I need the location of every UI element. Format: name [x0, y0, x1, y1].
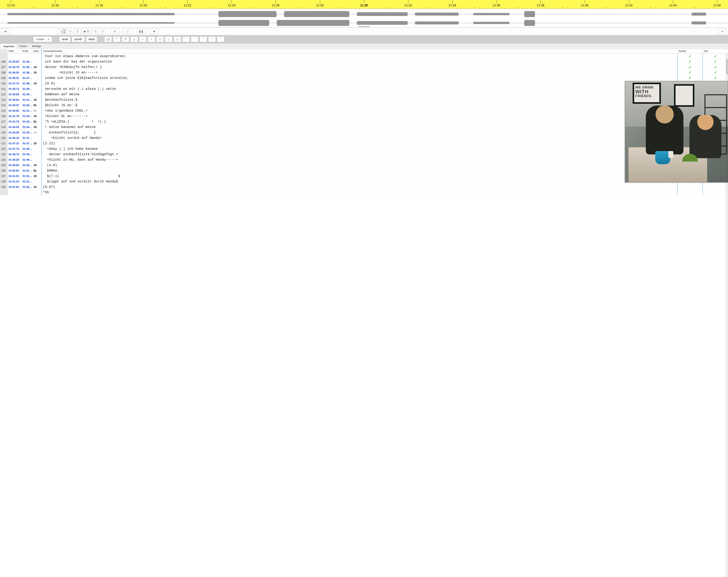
skip-button[interactable]: ⏭ — [1, 29, 10, 34]
table-row[interactable]: 11401:40.0701:40…DL §blickt JS an--§ — [0, 103, 728, 108]
btn-question[interactable]: ? — [122, 36, 129, 42]
table-row[interactable]: 12401:49.2601:49… +blickt zu HU, dann au… — [0, 157, 728, 163]
segment-spinner[interactable]: ▲▼ — [57, 29, 66, 34]
table-row[interactable]: 12601:50.6501:51…DL DANke. — [0, 168, 728, 173]
row-end: 01:41… — [21, 108, 32, 113]
table-row[interactable]: 10901:36.3101:37… indem ich [eine EIN]ka… — [0, 75, 728, 81]
row-end: 01:47… — [21, 141, 32, 146]
table-row[interactable]: 12301:48.7401:49… deiner einkaufsliste h… — [0, 152, 728, 157]
btn-downdown[interactable]: ↓↓ — [174, 36, 181, 42]
row-speaker — [32, 190, 42, 195]
table-row[interactable]: 11801:43.5401:44…JS + setze bananen auf … — [0, 125, 728, 130]
table-body[interactable]: WE DRINK WITH FRIENDS hier ist etwas ANd… — [0, 54, 728, 577]
check-icon: ✓ — [688, 59, 692, 64]
btn-star-close[interactable]: *] — [92, 29, 99, 34]
tab-row: Segmente Partitur Beiträge — [0, 44, 728, 49]
row-start: 01:41.76 — [7, 119, 21, 124]
table-row[interactable]: 12101:47.3101:47…JS(2.12) — [0, 141, 728, 146]
btn-dash[interactable]: – — [139, 36, 147, 42]
btn-play-star[interactable]: ▶ [*] — [82, 29, 91, 34]
btn-grave[interactable]: ` — [182, 36, 190, 42]
table-row[interactable]: 11501:40.9201:41…DL +das irgendwie COOL.… — [0, 108, 728, 113]
row-number — [0, 54, 7, 59]
btn-hacek[interactable]: ˇ — [217, 36, 224, 42]
btn-caret[interactable]: ˆ — [208, 36, 216, 42]
table-row[interactable]: 10701:35.7801:36…JS deiner +EINkäu[fe he… — [0, 64, 728, 70]
table-row[interactable]: 12801:51.2401:51… §tippt auf und scrollt… — [0, 179, 728, 184]
row-end — [21, 190, 32, 195]
header-syntax[interactable]: Syntax — [678, 49, 703, 53]
row-start: 01:44.26 — [7, 130, 21, 135]
header-start[interactable]: Start — [7, 49, 21, 53]
table-row[interactable]: 11201:39.5601:39… baNAnen auf meine — [0, 92, 728, 97]
row-number: 107 — [0, 64, 7, 70]
btn-up[interactable]: ↑ — [148, 36, 155, 42]
table-row[interactable]: 11001:37.7601:38…JS (0.9) — [0, 81, 728, 86]
btn-star-open[interactable]: *[ — [67, 29, 73, 34]
table-row[interactable]: hier ist etwas ANderes zum ausprobieren;… — [0, 54, 728, 59]
header-end[interactable]: Ende — [21, 49, 32, 53]
spinner-up[interactable]: ▲ — [62, 29, 66, 32]
btn-xxx[interactable]: <<xxx> …> — [33, 36, 52, 42]
row-speaker: JS — [32, 163, 42, 168]
spinner-down[interactable]: ▼ — [62, 32, 66, 34]
timeline-label: 11:42 — [625, 4, 633, 7]
btn-ABab[interactable]: ABab — [86, 36, 97, 42]
header-zeit[interactable]: Zeit — [703, 49, 728, 53]
btn-macron[interactable]: ¯ — [200, 36, 207, 42]
row-end: 01:38… — [21, 81, 32, 86]
table-row[interactable]: 11901:44.2601:45…JS einkaufslist[e; ] — [0, 130, 728, 135]
btn-close-star[interactable]: ]* — [100, 29, 106, 34]
btn-pause-dot[interactable]: (.) — [104, 36, 112, 42]
video-panel[interactable]: WE DRINK WITH FRIENDS — [625, 81, 728, 183]
btn-refresh[interactable]: ↻ — [110, 29, 119, 34]
table-row[interactable]: 11601:41.7601:43…JS +blickt DL an-------… — [0, 113, 728, 119]
row-text: deiner einkaufsliste hinZUgefügt.+ — [42, 152, 678, 157]
tab-beitraege[interactable]: Beiträge — [29, 44, 44, 49]
btn-play[interactable]: ▷ — [123, 29, 132, 34]
row-number: 119 — [0, 130, 7, 135]
table-row[interactable]: 12501:49.6901:50…JS (4.0) — [0, 163, 728, 168]
row-text: hier ist etwas ANderes zum ausprobieren; — [42, 54, 678, 59]
btn-stop[interactable]: ■ — [150, 29, 159, 34]
btn-abEXAB[interactable]: ab!AB! — [72, 36, 85, 42]
row-start: 01:48.74 — [7, 152, 21, 157]
btn-upup[interactable]: ↑↑ — [156, 36, 164, 42]
table-row[interactable]: 12901:51.9201:52…JS(0.67) — [0, 184, 728, 190]
btn-acute[interactable]: ´ — [191, 36, 199, 42]
btn-pause[interactable]: ❚❚ — [136, 29, 146, 34]
check-icon: ✓ — [714, 65, 717, 69]
table-row[interactable]: 12201:47.7301:48… +okay (.) ich habe ban… — [0, 146, 728, 152]
btn-forward[interactable]: ➡ — [718, 29, 727, 34]
waveform-area[interactable] — [0, 9, 728, 28]
table-row[interactable]: 12001:45.1901:47… +blickt zurück auf Han… — [0, 135, 728, 141]
btn-abAB[interactable]: abAB — [59, 36, 71, 42]
table-row[interactable]: 12701:51.0101:51…JS §(7.1) § — [0, 173, 728, 179]
header-text[interactable]: Transkriptionstext — [42, 49, 678, 53]
row-speaker: JS — [32, 184, 42, 190]
table-row[interactable]: 11301:39.8401:41…JS §einkaufsliste.§ — [0, 97, 728, 103]
header-speaker[interactable]: Spre… — [32, 49, 42, 53]
btn-pipe[interactable]: | — [130, 36, 138, 42]
tab-segmente[interactable]: Segmente — [1, 44, 17, 49]
scrollbar-thumb[interactable] — [726, 59, 728, 74]
drag-handle[interactable] — [359, 26, 370, 27]
tab-partitur[interactable]: Partitur — [17, 44, 29, 49]
timeline-ruler[interactable]: 11:1411:1611:1811:2011:2211:2411:2611:28… — [0, 0, 728, 9]
table-row[interactable]: 11101:38.7301:39… versuche es mit (.) al… — [0, 86, 728, 92]
btn-down[interactable]: ↓ — [165, 36, 173, 42]
row-speaker: JS — [32, 141, 42, 146]
row-text: versuche es mit (.) alexa (.) setze — [42, 86, 678, 91]
application-root: 11:1411:1611:1811:2011:2211:2411:2611:28… — [0, 0, 728, 577]
btn-open-star[interactable]: [* — [75, 29, 81, 34]
btn-degree[interactable]: ° — [113, 36, 121, 42]
row-text: baNAnen auf meine — [42, 92, 678, 97]
header-num[interactable] — [0, 49, 7, 53]
row-end: 01:43… — [21, 113, 32, 119]
table-row[interactable]: 11701:41.7601:43…DL °h +aL[EXa.] + +(.) — [0, 119, 728, 125]
table-row[interactable]: 10801:36.0501:36…JS +blickt JS an-----+✓… — [0, 70, 728, 75]
table-row[interactable]: 10601:35.0201:36… ich kann dir bei der o… — [0, 59, 728, 64]
spinner-input[interactable] — [58, 29, 62, 34]
table-row[interactable]: °hh — [0, 190, 728, 195]
timeline-label: 11:44 — [669, 4, 677, 7]
